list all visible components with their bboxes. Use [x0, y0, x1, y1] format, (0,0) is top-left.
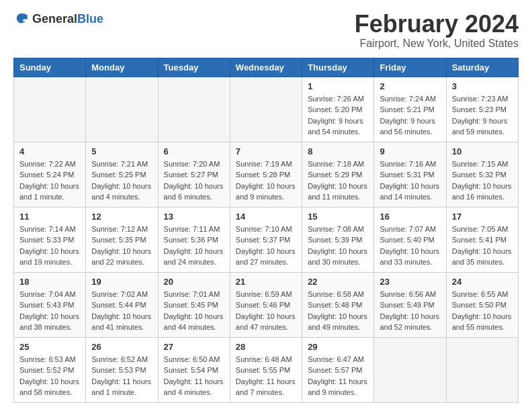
table-row: 20Sunrise: 7:01 AMSunset: 5:45 PMDayligh… — [158, 272, 230, 337]
table-row: 24Sunrise: 6:55 AMSunset: 5:50 PMDayligh… — [446, 272, 518, 337]
day-info: Sunrise: 7:08 AMSunset: 5:39 PMDaylight:… — [308, 224, 368, 268]
logo: GeneralBlue — [13, 11, 103, 27]
page-header: GeneralBlue February 2024 Fairport, New … — [13, 11, 519, 50]
main-title: February 2024 — [355, 11, 519, 38]
day-number: 3 — [452, 81, 513, 91]
day-number: 23 — [380, 277, 440, 287]
logo-blue: Blue — [77, 12, 103, 26]
day-number: 28 — [236, 342, 296, 352]
table-row: 5Sunrise: 7:21 AMSunset: 5:25 PMDaylight… — [86, 142, 158, 207]
table-row: 3Sunrise: 7:23 AMSunset: 5:23 PMDaylight… — [446, 77, 518, 142]
day-number: 12 — [91, 212, 152, 222]
day-info: Sunrise: 7:21 AMSunset: 5:25 PMDaylight:… — [91, 158, 152, 203]
col-monday: Monday — [86, 58, 158, 77]
header-row: Sunday Monday Tuesday Wednesday Thursday… — [14, 58, 519, 77]
day-number: 8 — [308, 146, 368, 156]
day-info: Sunrise: 6:52 AMSunset: 5:53 PMDaylight:… — [91, 354, 152, 398]
table-row: 14Sunrise: 7:10 AMSunset: 5:37 PMDayligh… — [230, 207, 302, 272]
col-sunday: Sunday — [14, 58, 86, 77]
table-row: 1Sunrise: 7:26 AMSunset: 5:20 PMDaylight… — [302, 77, 374, 142]
day-info: Sunrise: 7:12 AMSunset: 5:35 PMDaylight:… — [91, 224, 152, 268]
logo-text: GeneralBlue — [32, 12, 103, 26]
table-row — [158, 77, 230, 142]
table-row: 27Sunrise: 6:50 AMSunset: 5:54 PMDayligh… — [158, 337, 230, 402]
col-saturday: Saturday — [446, 58, 518, 77]
table-row — [230, 77, 302, 142]
day-info: Sunrise: 7:11 AMSunset: 5:36 PMDaylight:… — [164, 224, 224, 268]
table-row — [86, 77, 158, 142]
table-row: 29Sunrise: 6:47 AMSunset: 5:57 PMDayligh… — [302, 337, 374, 402]
table-row: 23Sunrise: 6:56 AMSunset: 5:49 PMDayligh… — [374, 272, 446, 337]
calendar-row: 11Sunrise: 7:14 AMSunset: 5:33 PMDayligh… — [14, 207, 519, 272]
calendar-row: 25Sunrise: 6:53 AMSunset: 5:52 PMDayligh… — [14, 337, 519, 402]
day-info: Sunrise: 6:53 AMSunset: 5:52 PMDaylight:… — [19, 354, 80, 398]
day-info: Sunrise: 7:23 AMSunset: 5:23 PMDaylight:… — [452, 93, 513, 138]
day-number: 11 — [19, 212, 80, 222]
day-info: Sunrise: 7:14 AMSunset: 5:33 PMDaylight:… — [19, 224, 80, 268]
day-number: 26 — [91, 342, 152, 352]
day-info: Sunrise: 6:50 AMSunset: 5:54 PMDaylight:… — [164, 354, 224, 398]
table-row: 13Sunrise: 7:11 AMSunset: 5:36 PMDayligh… — [158, 207, 230, 272]
day-info: Sunrise: 7:18 AMSunset: 5:29 PMDaylight:… — [308, 158, 368, 203]
table-row: 7Sunrise: 7:19 AMSunset: 5:28 PMDaylight… — [230, 142, 302, 207]
day-info: Sunrise: 6:55 AMSunset: 5:50 PMDaylight:… — [452, 289, 513, 333]
table-row: 15Sunrise: 7:08 AMSunset: 5:39 PMDayligh… — [302, 207, 374, 272]
calendar-row: 4Sunrise: 7:22 AMSunset: 5:24 PMDaylight… — [14, 142, 519, 207]
day-info: Sunrise: 6:47 AMSunset: 5:57 PMDaylight:… — [308, 354, 368, 398]
logo-general: General — [32, 12, 77, 26]
day-info: Sunrise: 6:48 AMSunset: 5:55 PMDaylight:… — [236, 354, 296, 398]
day-number: 13 — [164, 212, 224, 222]
day-number: 17 — [452, 212, 513, 222]
day-info: Sunrise: 7:01 AMSunset: 5:45 PMDaylight:… — [164, 289, 224, 333]
table-row — [14, 77, 86, 142]
day-number: 5 — [91, 146, 152, 156]
table-row: 17Sunrise: 7:05 AMSunset: 5:41 PMDayligh… — [446, 207, 518, 272]
col-friday: Friday — [374, 58, 446, 77]
table-row: 4Sunrise: 7:22 AMSunset: 5:24 PMDaylight… — [14, 142, 86, 207]
day-info: Sunrise: 7:15 AMSunset: 5:32 PMDaylight:… — [452, 158, 513, 203]
day-number: 16 — [380, 212, 440, 222]
day-number: 25 — [19, 342, 80, 352]
day-info: Sunrise: 7:22 AMSunset: 5:24 PMDaylight:… — [19, 158, 80, 203]
day-number: 2 — [380, 81, 440, 91]
logo-icon — [13, 11, 30, 27]
day-number: 10 — [452, 146, 513, 156]
day-number: 4 — [19, 146, 80, 156]
day-number: 9 — [380, 146, 440, 156]
day-number: 1 — [308, 81, 368, 91]
table-row: 10Sunrise: 7:15 AMSunset: 5:32 PMDayligh… — [446, 142, 518, 207]
table-row: 12Sunrise: 7:12 AMSunset: 5:35 PMDayligh… — [86, 207, 158, 272]
calendar-row: 18Sunrise: 7:04 AMSunset: 5:43 PMDayligh… — [14, 272, 519, 337]
day-info: Sunrise: 7:24 AMSunset: 5:21 PMDaylight:… — [380, 93, 440, 138]
day-number: 22 — [308, 277, 368, 287]
day-info: Sunrise: 7:16 AMSunset: 5:31 PMDaylight:… — [380, 158, 440, 203]
table-row: 21Sunrise: 6:59 AMSunset: 5:46 PMDayligh… — [230, 272, 302, 337]
day-number: 18 — [19, 277, 80, 287]
table-row: 6Sunrise: 7:20 AMSunset: 5:27 PMDaylight… — [158, 142, 230, 207]
table-row: 18Sunrise: 7:04 AMSunset: 5:43 PMDayligh… — [14, 272, 86, 337]
day-info: Sunrise: 7:19 AMSunset: 5:28 PMDaylight:… — [236, 158, 296, 203]
day-number: 7 — [236, 146, 296, 156]
table-row: 22Sunrise: 6:58 AMSunset: 5:48 PMDayligh… — [302, 272, 374, 337]
table-row: 11Sunrise: 7:14 AMSunset: 5:33 PMDayligh… — [14, 207, 86, 272]
table-row: 25Sunrise: 6:53 AMSunset: 5:52 PMDayligh… — [14, 337, 86, 402]
title-section: February 2024 Fairport, New York, United… — [355, 11, 519, 50]
col-wednesday: Wednesday — [230, 58, 302, 77]
day-info: Sunrise: 7:20 AMSunset: 5:27 PMDaylight:… — [164, 158, 224, 203]
table-row: 9Sunrise: 7:16 AMSunset: 5:31 PMDaylight… — [374, 142, 446, 207]
day-number: 19 — [91, 277, 152, 287]
day-number: 14 — [236, 212, 296, 222]
col-thursday: Thursday — [302, 58, 374, 77]
table-row: 16Sunrise: 7:07 AMSunset: 5:40 PMDayligh… — [374, 207, 446, 272]
day-number: 20 — [164, 277, 224, 287]
day-number: 15 — [308, 212, 368, 222]
table-row: 8Sunrise: 7:18 AMSunset: 5:29 PMDaylight… — [302, 142, 374, 207]
calendar-table: Sunday Monday Tuesday Wednesday Thursday… — [13, 58, 519, 403]
day-info: Sunrise: 6:58 AMSunset: 5:48 PMDaylight:… — [308, 289, 368, 333]
day-number: 24 — [452, 277, 513, 287]
table-row: 26Sunrise: 6:52 AMSunset: 5:53 PMDayligh… — [86, 337, 158, 402]
calendar-header: Sunday Monday Tuesday Wednesday Thursday… — [14, 58, 519, 77]
table-row: 19Sunrise: 7:02 AMSunset: 5:44 PMDayligh… — [86, 272, 158, 337]
day-number: 29 — [308, 342, 368, 352]
day-info: Sunrise: 7:26 AMSunset: 5:20 PMDaylight:… — [308, 93, 368, 138]
